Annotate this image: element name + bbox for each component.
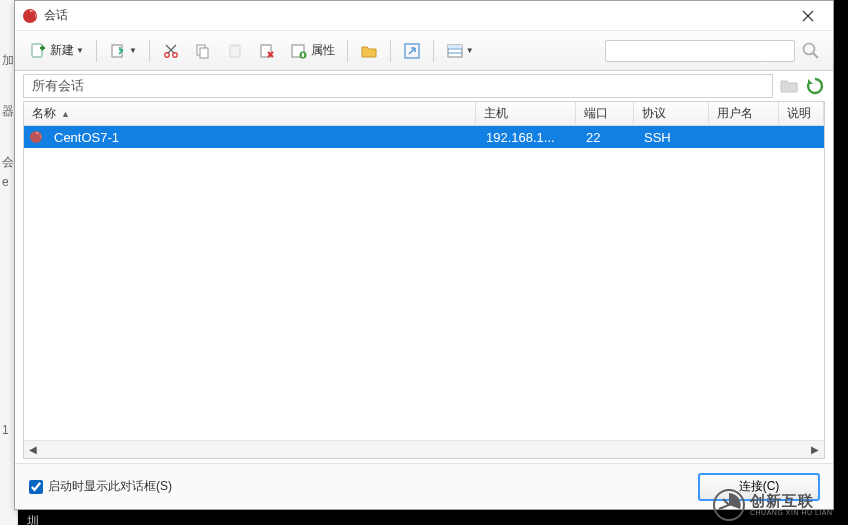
cut-button[interactable] — [156, 37, 186, 65]
watermark: 创新互联 CHUANG XIN HU LIAN — [713, 485, 848, 525]
cell-host: 192.168.1... — [478, 130, 578, 145]
view-button[interactable]: ▼ — [440, 37, 480, 65]
show-on-start-checkbox[interactable]: 启动时显示此对话框(S) — [29, 478, 172, 495]
refresh-icon[interactable] — [805, 76, 825, 96]
scroll-left-icon[interactable]: ◀ — [24, 442, 42, 458]
col-name[interactable]: 名称▲ — [24, 102, 476, 125]
cell-name: CentOS7-1 — [46, 130, 478, 145]
toolbar: 新建 ▼ ▼ — [15, 31, 833, 71]
chevron-down-icon: ▼ — [466, 46, 474, 55]
scroll-right-icon[interactable]: ▶ — [806, 442, 824, 458]
table-body[interactable]: CentOS7-1 192.168.1... 22 SSH — [24, 126, 824, 440]
svg-rect-2 — [112, 45, 122, 57]
titlebar: 会话 — [15, 1, 833, 31]
cell-port: 22 — [578, 130, 636, 145]
svg-point-4 — [173, 52, 177, 56]
import-button[interactable]: ▼ — [103, 37, 143, 65]
delete-icon — [258, 42, 276, 60]
search-icon[interactable] — [801, 41, 821, 61]
svg-rect-15 — [448, 45, 462, 48]
path-input[interactable] — [23, 74, 773, 98]
search-box — [482, 40, 825, 62]
session-table: 名称▲ 主机 端口 协议 用户名 说明 CentOS7-1 192.168.1.… — [23, 101, 825, 459]
properties-button[interactable]: 属性 — [284, 37, 341, 65]
dialog-footer: 启动时显示此对话框(S) 连接(C) — [15, 463, 833, 509]
separator — [390, 40, 391, 62]
list-icon — [446, 42, 464, 60]
col-user[interactable]: 用户名 — [709, 102, 779, 125]
separator — [347, 40, 348, 62]
copy-icon — [194, 42, 212, 60]
app-icon — [21, 7, 39, 25]
delete-button[interactable] — [252, 37, 282, 65]
separator — [96, 40, 97, 62]
svg-rect-12 — [302, 53, 304, 57]
separator — [433, 40, 434, 62]
separator — [149, 40, 150, 62]
import-icon — [109, 42, 127, 60]
col-protocol[interactable]: 协议 — [634, 102, 709, 125]
session-dialog: 会话 新建 ▼ ▼ — [14, 0, 834, 510]
paste-button[interactable] — [220, 37, 250, 65]
scissors-icon — [162, 42, 180, 60]
session-icon — [28, 129, 44, 145]
new-button[interactable]: 新建 ▼ — [23, 37, 90, 65]
horizontal-scrollbar[interactable]: ◀ ▶ — [24, 440, 824, 458]
close-button[interactable] — [791, 4, 825, 28]
browse-folder-icon[interactable] — [779, 77, 799, 95]
svg-rect-8 — [232, 44, 238, 47]
col-host[interactable]: 主机 — [476, 102, 576, 125]
watermark-icon — [713, 489, 745, 521]
path-bar — [15, 71, 833, 101]
checkbox-input[interactable] — [29, 480, 43, 494]
new-folder-button[interactable] — [354, 37, 384, 65]
table-row[interactable]: CentOS7-1 192.168.1... 22 SSH — [24, 126, 824, 148]
shortcut-button[interactable] — [397, 37, 427, 65]
search-input[interactable] — [605, 40, 795, 62]
table-header: 名称▲ 主机 端口 协议 用户名 说明 — [24, 102, 824, 126]
svg-rect-6 — [200, 48, 208, 58]
shortcut-icon — [403, 42, 421, 60]
cell-protocol: SSH — [636, 130, 711, 145]
new-icon — [29, 42, 47, 60]
col-port[interactable]: 端口 — [576, 102, 634, 125]
svg-point-16 — [804, 43, 815, 54]
svg-rect-1 — [32, 44, 42, 57]
copy-button[interactable] — [188, 37, 218, 65]
chevron-down-icon: ▼ — [129, 46, 137, 55]
window-title: 会话 — [44, 7, 791, 24]
sort-asc-icon: ▲ — [61, 109, 70, 119]
folder-icon — [360, 42, 378, 60]
paste-icon — [226, 42, 244, 60]
svg-point-3 — [165, 52, 169, 56]
properties-icon — [290, 42, 308, 60]
chevron-down-icon: ▼ — [76, 46, 84, 55]
col-desc[interactable]: 说明 — [779, 102, 824, 125]
